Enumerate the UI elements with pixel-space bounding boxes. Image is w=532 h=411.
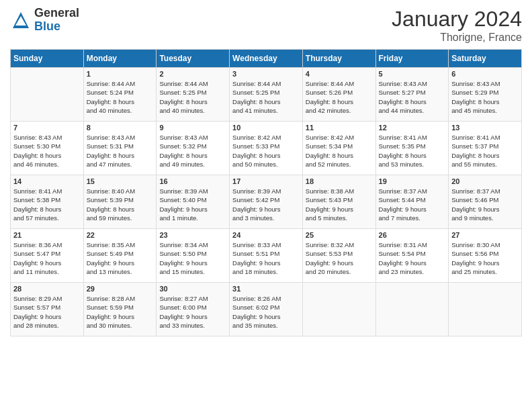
table-row [449,283,522,336]
calendar-week-row: 21Sunrise: 8:36 AM Sunset: 5:47 PM Dayli… [11,229,522,283]
day-number: 27 [451,231,519,239]
table-row: 17Sunrise: 8:39 AM Sunset: 5:42 PM Dayli… [230,175,303,229]
day-info: Sunrise: 8:27 AM Sunset: 6:00 PM Dayligh… [159,294,226,330]
day-number: 22 [87,231,154,239]
table-row: 31Sunrise: 8:26 AM Sunset: 6:02 PM Dayli… [230,283,303,336]
subtitle: Thorigne, France [392,32,522,44]
table-row [11,68,84,122]
day-number: 9 [159,124,226,132]
day-number: 3 [232,70,300,78]
table-row: 23Sunrise: 8:34 AM Sunset: 5:50 PM Dayli… [157,229,230,283]
logo-general: General [34,7,79,20]
table-row: 11Sunrise: 8:42 AM Sunset: 5:34 PM Dayli… [302,122,375,175]
day-info: Sunrise: 8:43 AM Sunset: 5:30 PM Dayligh… [13,133,81,169]
table-row: 15Sunrise: 8:40 AM Sunset: 5:39 PM Dayli… [83,175,157,229]
day-number: 10 [232,124,300,132]
table-row: 18Sunrise: 8:38 AM Sunset: 5:43 PM Dayli… [302,175,375,229]
table-row: 28Sunrise: 8:29 AM Sunset: 5:57 PM Dayli… [11,283,84,336]
day-number: 28 [13,285,81,293]
page: General Blue January 2024 Thorigne, Fran… [0,0,532,411]
day-info: Sunrise: 8:41 AM Sunset: 5:38 PM Dayligh… [13,187,81,222]
table-row: 27Sunrise: 8:30 AM Sunset: 5:56 PM Dayli… [449,229,522,283]
table-row: 6Sunrise: 8:43 AM Sunset: 5:29 PM Daylig… [449,68,522,122]
table-row: 29Sunrise: 8:28 AM Sunset: 5:59 PM Dayli… [83,283,157,336]
day-number: 30 [159,285,226,293]
table-row: 9Sunrise: 8:43 AM Sunset: 5:32 PM Daylig… [157,122,230,175]
header: General Blue January 2024 Thorigne, Fran… [10,7,522,44]
calendar-week-row: 14Sunrise: 8:41 AM Sunset: 5:38 PM Dayli… [11,175,522,229]
day-number: 31 [232,285,300,293]
logo: General Blue [10,7,79,34]
header-wednesday: Wednesday [230,50,303,68]
day-info: Sunrise: 8:32 AM Sunset: 5:53 PM Dayligh… [306,240,373,276]
day-info: Sunrise: 8:30 AM Sunset: 5:56 PM Dayligh… [451,240,519,276]
calendar-week-row: 1Sunrise: 8:44 AM Sunset: 5:24 PM Daylig… [11,68,522,122]
logo-blue: Blue [34,20,79,34]
day-info: Sunrise: 8:42 AM Sunset: 5:33 PM Dayligh… [232,133,300,169]
day-number: 2 [159,70,226,78]
day-info: Sunrise: 8:26 AM Sunset: 6:02 PM Dayligh… [232,294,300,330]
table-row: 7Sunrise: 8:43 AM Sunset: 5:30 PM Daylig… [11,122,84,175]
day-number: 13 [451,124,519,132]
day-info: Sunrise: 8:35 AM Sunset: 5:49 PM Dayligh… [87,240,154,276]
day-number: 29 [87,285,154,293]
day-number: 19 [379,177,446,185]
day-info: Sunrise: 8:31 AM Sunset: 5:54 PM Dayligh… [379,240,446,276]
table-row: 5Sunrise: 8:43 AM Sunset: 5:27 PM Daylig… [375,68,449,122]
table-row: 30Sunrise: 8:27 AM Sunset: 6:00 PM Dayli… [157,283,230,336]
table-row: 19Sunrise: 8:37 AM Sunset: 5:44 PM Dayli… [375,175,449,229]
logo-icon [10,9,32,31]
table-row: 25Sunrise: 8:32 AM Sunset: 5:53 PM Dayli… [302,229,375,283]
table-row: 4Sunrise: 8:44 AM Sunset: 5:26 PM Daylig… [302,68,375,122]
day-info: Sunrise: 8:33 AM Sunset: 5:51 PM Dayligh… [232,240,300,276]
logo-text: General Blue [34,7,79,34]
day-info: Sunrise: 8:43 AM Sunset: 5:29 PM Dayligh… [451,79,519,115]
day-number: 14 [13,177,81,185]
day-info: Sunrise: 8:42 AM Sunset: 5:34 PM Dayligh… [306,133,373,169]
table-row: 12Sunrise: 8:41 AM Sunset: 5:35 PM Dayli… [375,122,449,175]
day-number: 16 [159,177,226,185]
day-number: 15 [87,177,154,185]
day-number: 12 [379,124,446,132]
day-number: 6 [451,70,519,78]
table-row: 2Sunrise: 8:44 AM Sunset: 5:25 PM Daylig… [157,68,230,122]
day-number: 1 [87,70,154,78]
day-info: Sunrise: 8:40 AM Sunset: 5:39 PM Dayligh… [87,187,154,222]
day-info: Sunrise: 8:39 AM Sunset: 5:42 PM Dayligh… [232,187,300,222]
day-info: Sunrise: 8:43 AM Sunset: 5:27 PM Dayligh… [379,79,446,115]
day-info: Sunrise: 8:44 AM Sunset: 5:25 PM Dayligh… [232,79,300,115]
day-info: Sunrise: 8:39 AM Sunset: 5:40 PM Dayligh… [159,187,226,222]
table-row: 16Sunrise: 8:39 AM Sunset: 5:40 PM Dayli… [157,175,230,229]
table-row: 14Sunrise: 8:41 AM Sunset: 5:38 PM Dayli… [11,175,84,229]
table-row: 13Sunrise: 8:41 AM Sunset: 5:37 PM Dayli… [449,122,522,175]
title-block: January 2024 Thorigne, France [392,7,522,44]
day-info: Sunrise: 8:44 AM Sunset: 5:26 PM Dayligh… [306,79,373,115]
day-info: Sunrise: 8:41 AM Sunset: 5:35 PM Dayligh… [379,133,446,169]
weekday-header-row: Sunday Monday Tuesday Wednesday Thursday… [11,50,522,68]
main-title: January 2024 [392,7,522,32]
day-info: Sunrise: 8:29 AM Sunset: 5:57 PM Dayligh… [13,294,81,330]
table-row: 22Sunrise: 8:35 AM Sunset: 5:49 PM Dayli… [83,229,157,283]
table-row: 21Sunrise: 8:36 AM Sunset: 5:47 PM Dayli… [11,229,84,283]
day-info: Sunrise: 8:28 AM Sunset: 5:59 PM Dayligh… [87,294,154,330]
day-info: Sunrise: 8:34 AM Sunset: 5:50 PM Dayligh… [159,240,226,276]
table-row [302,283,375,336]
table-row: 26Sunrise: 8:31 AM Sunset: 5:54 PM Dayli… [375,229,449,283]
header-friday: Friday [375,50,449,68]
day-number: 7 [13,124,81,132]
day-info: Sunrise: 8:37 AM Sunset: 5:44 PM Dayligh… [379,187,446,222]
header-tuesday: Tuesday [157,50,230,68]
day-info: Sunrise: 8:36 AM Sunset: 5:47 PM Dayligh… [13,240,81,276]
header-sunday: Sunday [11,50,84,68]
day-number: 23 [159,231,226,239]
table-row: 3Sunrise: 8:44 AM Sunset: 5:25 PM Daylig… [230,68,303,122]
table-row [375,283,449,336]
table-row: 10Sunrise: 8:42 AM Sunset: 5:33 PM Dayli… [230,122,303,175]
day-info: Sunrise: 8:44 AM Sunset: 5:25 PM Dayligh… [159,79,226,115]
day-number: 25 [306,231,373,239]
header-thursday: Thursday [302,50,375,68]
day-info: Sunrise: 8:38 AM Sunset: 5:43 PM Dayligh… [306,187,373,222]
day-number: 17 [232,177,300,185]
calendar-table: Sunday Monday Tuesday Wednesday Thursday… [10,49,522,336]
day-info: Sunrise: 8:44 AM Sunset: 5:24 PM Dayligh… [87,79,154,115]
